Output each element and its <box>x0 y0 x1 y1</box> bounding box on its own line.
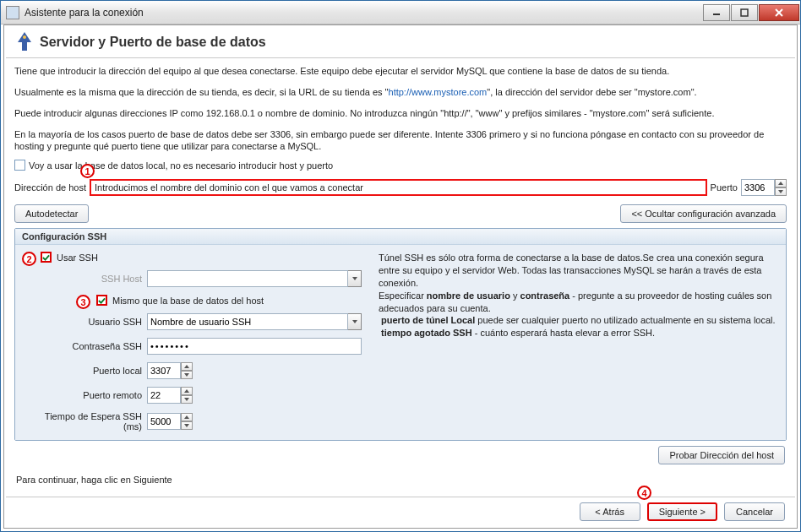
use-ssh-checkbox[interactable] <box>41 252 52 263</box>
remote-port-spinner[interactable] <box>181 387 193 404</box>
ssh-host-dropdown <box>348 270 362 287</box>
wizard-icon <box>14 30 35 54</box>
chevron-up-icon <box>778 182 783 185</box>
test-host-button[interactable]: Probar Dirección del host <box>658 446 785 464</box>
maximize-icon <box>740 8 749 17</box>
port-spin-up[interactable] <box>775 179 787 187</box>
chevron-down-icon <box>352 320 357 323</box>
timeout-spinner[interactable] <box>181 413 193 430</box>
window-title: Asistente para la conexión <box>25 7 144 19</box>
ssh-pass-input[interactable] <box>147 338 362 355</box>
check-icon <box>42 253 50 262</box>
remote-port-down[interactable] <box>181 395 193 404</box>
port-input[interactable] <box>741 179 775 196</box>
ssh-remote-port-label: Puerto remoto <box>24 390 142 400</box>
chevron-down-icon <box>778 190 783 193</box>
svg-point-5 <box>23 35 26 39</box>
host-label: Dirección de host <box>14 182 86 193</box>
annotation-3: 3 <box>76 295 90 309</box>
host-input[interactable] <box>90 179 707 196</box>
local-port-up[interactable] <box>181 362 193 371</box>
timeout-down[interactable] <box>181 421 193 430</box>
ssh-group: Configuración SSH 2 Usar SSH SSH Host <box>14 228 787 441</box>
app-icon <box>6 6 19 19</box>
wizard-window: Asistente para la conexión Servidor y <box>0 0 801 532</box>
timeout-up[interactable] <box>181 413 193 421</box>
ssh-host-label: SSH Host <box>24 274 142 284</box>
svg-rect-1 <box>741 9 748 16</box>
sample-url-link[interactable]: http://www.mystore.com <box>389 87 488 97</box>
titlebar: Asistente para la conexión <box>1 1 800 24</box>
chevron-down-icon <box>184 424 189 427</box>
ssh-user-label: Usuario SSH <box>24 317 142 327</box>
continue-hint: Para continuar, haga clic en Siguiente <box>4 466 797 488</box>
ssh-group-header: Configuración SSH <box>15 229 786 245</box>
close-icon <box>774 8 784 18</box>
local-port-down[interactable] <box>181 371 193 379</box>
chevron-down-icon <box>352 277 357 280</box>
close-button[interactable] <box>759 4 799 21</box>
ssh-local-port-input[interactable] <box>147 362 181 379</box>
ssh-timeout-input[interactable] <box>147 413 181 430</box>
minimize-icon <box>712 8 721 17</box>
local-db-label: Voy a usar la base de datos local, no es… <box>29 160 333 171</box>
intro-p2: Usualmente es la misma que la dirección … <box>14 86 787 99</box>
hide-advanced-button[interactable]: << Ocultar configuración avanzada <box>620 204 787 223</box>
use-ssh-label: Usar SSH <box>57 252 98 263</box>
port-label: Puerto <box>711 182 738 193</box>
autodetect-button[interactable]: Autodetectar <box>14 204 89 223</box>
same-host-label: Mismo que la base de datos del host <box>112 296 264 306</box>
svg-rect-4 <box>22 42 27 51</box>
local-port-spinner[interactable] <box>181 362 193 379</box>
port-spin-down[interactable] <box>775 187 787 196</box>
check-icon <box>98 296 106 305</box>
chevron-down-icon <box>184 373 189 377</box>
back-button[interactable]: < Atrás <box>580 502 640 521</box>
cancel-button[interactable]: Cancelar <box>724 502 785 521</box>
ssh-info-text: Túnel SSH es sólo otra forma de conectar… <box>379 252 777 432</box>
page-heading: Servidor y Puerto de base de datos <box>40 35 266 50</box>
intro-p3: Puede introducir algunas direcciones IP … <box>14 107 787 120</box>
ssh-pass-label: Contraseña SSH <box>24 341 142 351</box>
port-spinner[interactable] <box>775 179 787 196</box>
chevron-up-icon <box>184 389 189 393</box>
chevron-up-icon <box>184 415 189 419</box>
ssh-user-dropdown[interactable] <box>348 313 362 330</box>
maximize-button[interactable] <box>731 4 758 21</box>
ssh-host-input <box>147 270 348 287</box>
ssh-local-port-label: Puerto local <box>24 366 142 376</box>
annotation-2: 2 <box>22 252 36 266</box>
minimize-button[interactable] <box>703 4 730 21</box>
intro-p1: Tiene que introducir la dirección del eq… <box>14 65 787 78</box>
ssh-user-input[interactable] <box>147 313 348 330</box>
next-button[interactable]: Siguiente > <box>647 502 717 521</box>
intro-p4: En la mayoría de los casos puerto de bas… <box>14 128 787 154</box>
local-db-checkbox[interactable] <box>14 160 25 171</box>
remote-port-up[interactable] <box>181 387 193 395</box>
same-host-checkbox[interactable] <box>96 295 107 306</box>
chevron-up-icon <box>184 365 189 368</box>
ssh-remote-port-input[interactable] <box>147 387 181 404</box>
chevron-down-icon <box>184 398 189 401</box>
ssh-timeout-label: Tiempo de Espera SSH (ms) <box>24 411 142 432</box>
